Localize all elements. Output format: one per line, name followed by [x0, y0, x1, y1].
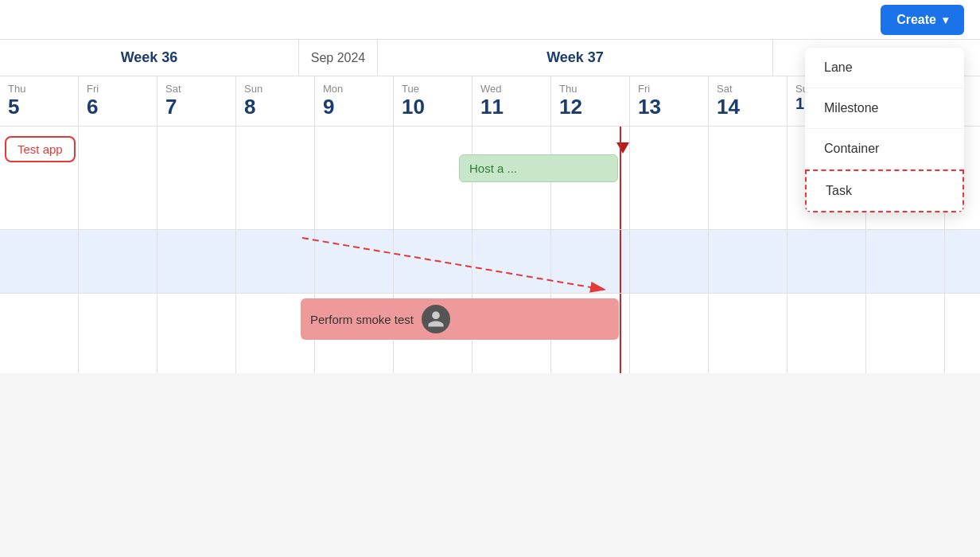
- top-bar: Create ▾ Lane Milestone Container Task: [0, 0, 980, 40]
- blue-cell-fri13: [630, 230, 709, 293]
- smoke-test-event[interactable]: Perform smoke test: [301, 298, 619, 340]
- day-name-sat7: Sat: [165, 83, 181, 95]
- day-name-sun8: Sun: [244, 83, 262, 95]
- create-label: Create: [896, 13, 936, 27]
- day-number-thu5: 5: [8, 95, 19, 119]
- cell-sun8: [236, 127, 315, 229]
- today-line-blue: [620, 230, 621, 293]
- day-name-wed11: Wed: [480, 83, 502, 95]
- bottom-cell-fri6: [79, 294, 158, 373]
- day-name-tue10: Tue: [402, 83, 419, 95]
- day-number-mon9: 9: [323, 95, 334, 119]
- day-header-wed11: Wed 11: [472, 76, 551, 126]
- day-name-fri6: Fri: [87, 83, 99, 95]
- create-button[interactable]: Create ▾: [881, 5, 964, 35]
- day-name-mon9: Mon: [323, 83, 343, 95]
- blue-cell-sat14: [709, 230, 788, 293]
- day-number-fri13: 13: [638, 95, 661, 119]
- day-header-thu5: Thu 5: [0, 76, 79, 126]
- host-event[interactable]: Host a ...: [459, 154, 618, 182]
- day-number-tue10: 10: [402, 95, 425, 119]
- day-number-sun8: 8: [244, 95, 255, 119]
- day-header-sat7: Sat 7: [158, 76, 236, 126]
- week-37-section: Week 37: [378, 40, 773, 76]
- day-name-thu5: Thu: [8, 83, 25, 95]
- calendar-row-bottom: Perform smoke test: [0, 294, 980, 373]
- cell-sat14: [709, 127, 788, 229]
- day-number-fri6: 6: [87, 95, 98, 119]
- dropdown-item-milestone[interactable]: Milestone: [805, 88, 964, 129]
- blue-cell-sun8: [236, 230, 315, 293]
- today-line-bottom: [620, 294, 621, 373]
- day-name-fri13: Fri: [638, 83, 650, 95]
- blue-cell-sat7: [158, 230, 236, 293]
- cell-fri13: [630, 127, 709, 229]
- blue-cell-mon9: [315, 230, 394, 293]
- bottom-cell-sat14: [709, 294, 788, 373]
- host-event-label: Host a ...: [469, 162, 517, 175]
- day-name-thu12: Thu: [559, 83, 577, 95]
- day-header-fri13: Fri 13: [630, 76, 709, 126]
- avatar-icon: [422, 305, 450, 333]
- blue-cell-sun15: [788, 230, 866, 293]
- day-number-wed11: 11: [480, 95, 504, 119]
- bottom-cell-sun15: [788, 294, 866, 373]
- month-label: Sep 2024: [311, 51, 366, 65]
- bottom-cell-thu5: [0, 294, 79, 373]
- day-header-fri6: Fri 6: [79, 76, 158, 126]
- smoke-test-label: Perform smoke test: [310, 313, 414, 326]
- day-name-sat14: Sat: [717, 83, 733, 95]
- today-line: [620, 127, 621, 229]
- dropdown-item-lane[interactable]: Lane: [805, 48, 964, 88]
- bottom-cell-tue17: [866, 294, 945, 373]
- day-header-mon9: Mon 9: [315, 76, 394, 126]
- week-37-label: Week 37: [546, 40, 604, 76]
- blue-cell-thu12: [551, 230, 630, 293]
- create-dropdown: Lane Milestone Container Task: [805, 48, 964, 212]
- chevron-down-icon: ▾: [943, 14, 948, 26]
- dropdown-item-task[interactable]: Task: [805, 169, 964, 212]
- day-number-sat7: 7: [165, 95, 177, 119]
- bottom-cell-sat7: [158, 294, 236, 373]
- milestone-marker: [616, 142, 629, 154]
- bottom-cell-fri13: [630, 294, 709, 373]
- month-section: Sep 2024: [299, 40, 378, 76]
- dropdown-item-container[interactable]: Container: [805, 129, 964, 169]
- blue-cell-tue10: [394, 230, 472, 293]
- blue-cell-tue17: [866, 230, 945, 293]
- cell-mon9: [315, 127, 394, 229]
- day-number-thu12: 12: [559, 95, 582, 119]
- blue-cell-fri6: [79, 230, 158, 293]
- day-header-tue10: Tue 10: [394, 76, 472, 126]
- blue-cell-wed11: [472, 230, 551, 293]
- week-36-section: Week 36: [0, 40, 299, 76]
- week-36-label: Week 36: [121, 40, 178, 76]
- day-header-sat14: Sat 14: [709, 76, 788, 126]
- day-header-sun8: Sun 8: [236, 76, 315, 126]
- test-app-badge[interactable]: Test app: [5, 136, 76, 162]
- calendar-row-blue: [0, 230, 980, 294]
- day-header-thu12: Thu 12: [551, 76, 630, 126]
- blue-cell-thu5: [0, 230, 79, 293]
- test-app-label: Test app: [18, 142, 63, 156]
- day-number-sat14: 14: [717, 95, 740, 119]
- cell-sat7: [158, 127, 236, 229]
- cell-fri6: [79, 127, 158, 229]
